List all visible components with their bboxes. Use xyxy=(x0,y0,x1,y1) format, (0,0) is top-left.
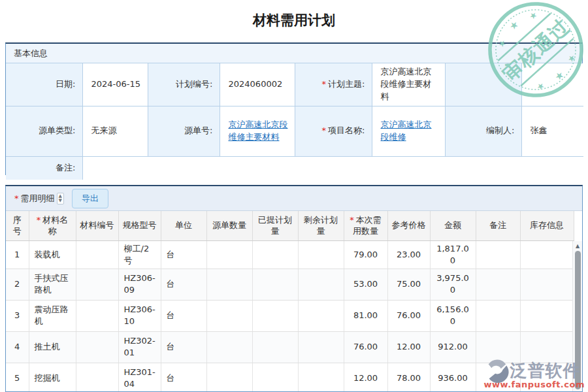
cell-code xyxy=(76,331,118,363)
detail-section-bar: * 需用明细 ▲ ▼ 导出 xyxy=(6,186,582,211)
cell-needed-qty: 53.00 xyxy=(344,269,387,300)
source-type-value: 无来源 xyxy=(82,106,148,156)
required-asterisk: * xyxy=(322,125,327,135)
cell-code xyxy=(76,240,118,269)
author-label: 编制人: xyxy=(445,106,521,156)
cell-seq: 5 xyxy=(6,363,29,392)
cell-spec: HZ306-09 xyxy=(118,269,161,300)
plan-no-value: 2024060002 xyxy=(220,63,295,106)
cell-submitted-qty xyxy=(252,300,298,331)
empty-label-cell xyxy=(445,63,521,106)
cell-stock-info xyxy=(520,269,574,300)
cell-needed-qty: 12.00 xyxy=(344,363,387,392)
source-no-value: 京沪高速北京段维修主要材料 xyxy=(220,106,295,156)
cell-remaining-qty xyxy=(298,240,344,269)
cell-stock-info xyxy=(520,300,574,331)
cell-submitted-qty xyxy=(252,240,298,269)
detail-header-row: 序号 *材料名称 材料编号 规格型号 单位 源单数量 已提计划量 剩余计划量 *… xyxy=(6,211,574,240)
cell-ref-price: 76.00 xyxy=(387,300,430,331)
project-label: *项目名称: xyxy=(295,106,372,156)
cell-unit: 台 xyxy=(161,240,206,269)
cell-code xyxy=(76,269,118,300)
cell-unit: 台 xyxy=(161,363,206,392)
empty-value-cell xyxy=(521,63,583,106)
cell-note xyxy=(476,269,520,300)
required-asterisk: * xyxy=(322,79,327,89)
cell-source-qty xyxy=(206,363,252,392)
remark-label: 备注: xyxy=(6,156,82,180)
cell-stock-info xyxy=(520,240,574,269)
cell-unit: 台 xyxy=(161,331,206,363)
required-asterisk: * xyxy=(350,215,354,225)
cell-code xyxy=(76,300,118,331)
cell-stock-info xyxy=(520,363,574,392)
cell-needed-qty: 81.00 xyxy=(344,300,387,331)
basic-info-section-title: 基本信息 xyxy=(6,44,582,63)
cell-amount: 936.00 xyxy=(430,363,476,392)
cell-ref-price: 75.00 xyxy=(387,269,430,300)
cell-note xyxy=(476,363,520,392)
cell-name: 挖掘机 xyxy=(29,363,76,392)
table-row: 3 震动压路机 HZ306-10 台 81.00 76.00 6,156.00 xyxy=(6,300,574,331)
col-ref-price: 参考价格 xyxy=(387,211,430,240)
cell-remaining-qty xyxy=(298,300,344,331)
cell-amount: 3,975.00 xyxy=(430,269,476,300)
table-row: 4 推土机 HZ302-01 台 76.00 12.00 912.00 xyxy=(6,331,574,363)
cell-spec: 柳工/2号 xyxy=(118,240,161,269)
col-seq: 序号 xyxy=(6,211,29,240)
date-label: 日期: xyxy=(6,63,82,106)
plan-no-label: 计划编号: xyxy=(148,63,220,106)
cell-remaining-qty xyxy=(298,269,344,300)
required-asterisk: * xyxy=(14,193,19,203)
col-amount: 金额 xyxy=(430,211,476,240)
cell-note xyxy=(476,240,520,269)
cell-seq: 1 xyxy=(6,240,29,269)
sort-stepper-icon[interactable]: ▲ ▼ xyxy=(57,193,64,204)
table-row: 2 手扶式压路机 HZ306-09 台 53.00 75.00 3,975.00 xyxy=(6,269,574,300)
cell-name: 震动压路机 xyxy=(29,300,76,331)
export-button[interactable]: 导出 xyxy=(72,189,108,208)
cell-ref-price: 23.00 xyxy=(387,240,430,269)
basic-info-grid: 日期: 2024-06-15 计划编号: 2024060002 *计划主题: 京… xyxy=(6,63,583,180)
cell-name: 推土机 xyxy=(29,331,76,363)
table-row: 5 挖掘机 HZ301-04 台 12.00 78.00 936.00 xyxy=(6,363,574,392)
cell-spec: HZ302-01 xyxy=(118,331,161,363)
col-spec: 规格型号 xyxy=(118,211,161,240)
cell-unit: 台 xyxy=(161,300,206,331)
col-unit: 单位 xyxy=(161,211,206,240)
col-remaining-qty: 剩余计划量 xyxy=(298,211,344,240)
source-type-label: 源单类型: xyxy=(6,106,82,156)
col-needed-qty: *本次需用数量 xyxy=(344,211,387,240)
cell-seq: 2 xyxy=(6,269,29,300)
source-no-link[interactable]: 京沪高速北京段维修主要材料 xyxy=(229,120,288,142)
cell-note xyxy=(476,300,520,331)
cell-submitted-qty xyxy=(252,331,298,363)
col-submitted-qty: 已提计划量 xyxy=(252,211,298,240)
subject-label: *计划主题: xyxy=(295,63,372,106)
cell-amount: 912.00 xyxy=(430,331,476,363)
remark-value xyxy=(82,156,583,180)
col-source-qty: 源单数量 xyxy=(206,211,252,240)
cell-seq: 3 xyxy=(6,300,29,331)
basic-info-section: 基本信息 日期: 2024-06-15 计划编号: 2024060002 *计划… xyxy=(5,42,583,175)
vertical-scrollbar[interactable]: ▲ xyxy=(572,241,582,391)
scrollbar-thumb[interactable] xyxy=(575,251,581,389)
table-row: 1 装载机 柳工/2号 台 79.00 23.00 1,817.00 xyxy=(6,240,574,269)
cell-needed-qty: 76.00 xyxy=(344,331,387,363)
detail-section-title: 需用明细 xyxy=(21,193,55,204)
col-material-code: 材料编号 xyxy=(76,211,118,240)
cell-source-qty xyxy=(206,300,252,331)
cell-unit: 台 xyxy=(161,269,206,300)
col-material-name: *材料名称 xyxy=(29,211,76,240)
project-link[interactable]: 京沪高速北京段维修 xyxy=(381,120,432,142)
cell-submitted-qty xyxy=(252,363,298,392)
cell-source-qty xyxy=(206,240,252,269)
author-value: 张鑫 xyxy=(521,106,583,156)
scroll-up-arrow-icon[interactable]: ▲ xyxy=(573,241,582,250)
cell-code xyxy=(76,363,118,392)
cell-spec: HZ301-04 xyxy=(118,363,161,392)
col-stock-info: 库存信息 xyxy=(520,211,574,240)
detail-section: * 需用明细 ▲ ▼ 导出 序号 *材料名称 材料编号 规格型号 单位 源单数量… xyxy=(5,185,583,392)
cell-remaining-qty xyxy=(298,331,344,363)
cell-name: 装载机 xyxy=(29,240,76,269)
